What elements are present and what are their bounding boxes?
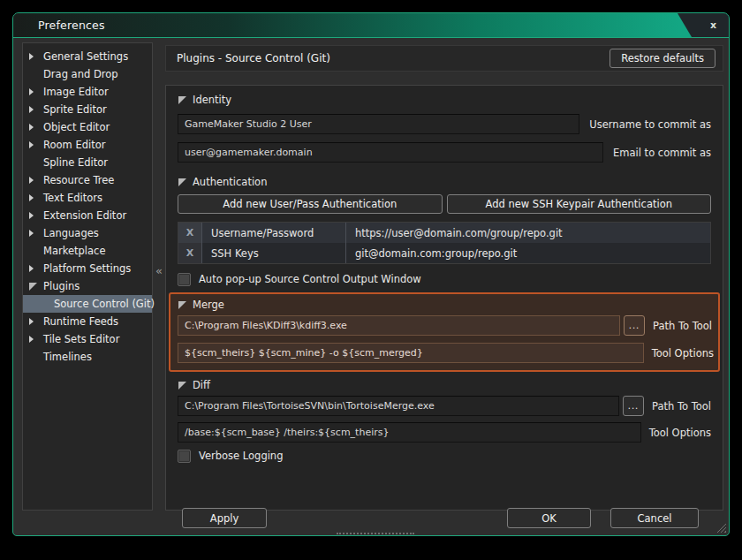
window-title: Preferences (38, 19, 105, 32)
add-userpass-auth-button[interactable]: Add new User/Pass Authentication (178, 194, 443, 214)
content-header: Plugins - Source Control (Git) Restore d… (165, 45, 723, 72)
titlebar[interactable]: Preferences x (13, 13, 729, 38)
auto-popup-checkbox[interactable] (178, 273, 191, 286)
table-row: X SSH Keys git@domain.com:group/repo.git (178, 243, 710, 263)
section-expanded-icon (178, 301, 186, 309)
sidebar-collapse-icon[interactable]: « (153, 263, 165, 279)
sidebar-item-marketplace[interactable]: Marketplace (23, 242, 152, 260)
sidebar-item-languages[interactable]: Languages (23, 224, 152, 242)
restore-defaults-button[interactable]: Restore defaults (610, 49, 716, 68)
sidebar-item-timelines[interactable]: Timelines (23, 348, 152, 366)
preferences-tree: General Settings Drag and Drop Image Edi… (23, 43, 152, 366)
expand-arrow-icon[interactable] (29, 230, 41, 237)
close-button-area (678, 13, 729, 37)
sidebar-item-platform-settings[interactable]: Platform Settings (23, 260, 152, 277)
merge-path-label: Path To Tool (653, 320, 712, 332)
collapse-arrow-icon[interactable] (29, 283, 41, 291)
auth-type-cell: Username/Password (202, 223, 345, 243)
sidebar-item-drag-and-drop[interactable]: Drag and Drop (23, 65, 152, 83)
page-title: Plugins - Source Control (Git) (177, 52, 330, 64)
remove-auth-button[interactable]: X (178, 223, 202, 243)
section-expanded-icon (178, 178, 186, 186)
resize-grip-icon[interactable] (716, 523, 726, 533)
auth-url-cell: git@domain.com:group/repo.git (345, 243, 710, 263)
sidebar-item-extension-editor[interactable]: Extension Editor (23, 207, 152, 224)
verbose-logging-checkbox[interactable] (178, 450, 191, 463)
sidebar-item-object-editor[interactable]: Object Editor (23, 118, 152, 136)
sidebar-item-room-editor[interactable]: Room Editor (23, 136, 152, 154)
cancel-button[interactable]: Cancel (610, 508, 699, 528)
expand-arrow-icon[interactable] (29, 336, 41, 343)
expand-arrow-icon[interactable] (29, 194, 41, 201)
diff-options-row: Tool Options (178, 422, 711, 443)
auto-popup-label: Auto pop-up Source Control Output Window (199, 273, 421, 285)
diff-section-title: Diff (193, 379, 210, 391)
sidebar-item-sprite-editor[interactable]: Sprite Editor (23, 101, 152, 118)
expand-arrow-icon[interactable] (29, 124, 41, 131)
ok-button[interactable]: OK (507, 508, 591, 528)
diff-browse-button[interactable]: ... (623, 396, 644, 416)
auto-popup-row: Auto pop-up Source Control Output Window (178, 272, 711, 286)
screen-background: Preferences x General Settings Drag and … (0, 0, 742, 560)
expand-arrow-icon[interactable] (29, 177, 41, 184)
email-row: Email to commit as (178, 142, 711, 163)
remove-auth-button[interactable]: X (178, 243, 202, 263)
preferences-window: Preferences x General Settings Drag and … (12, 12, 730, 536)
auth-url-cell: https://user@domain.com/group/repo.git (345, 223, 710, 243)
diff-path-row: ... Path To Tool (178, 396, 711, 416)
expand-arrow-icon[interactable] (29, 141, 41, 148)
diff-options-input[interactable] (178, 422, 641, 443)
email-label: Email to commit as (613, 147, 711, 159)
authentication-section-header[interactable]: Authentication (178, 175, 711, 189)
diff-section-header[interactable]: Diff (178, 378, 711, 392)
username-input[interactable] (178, 114, 579, 134)
sidebar-item-general-settings[interactable]: General Settings (23, 48, 152, 65)
expand-arrow-icon[interactable] (29, 53, 41, 60)
preferences-sidebar: General Settings Drag and Drop Image Edi… (22, 42, 153, 511)
sidebar-item-image-editor[interactable]: Image Editor (23, 83, 152, 101)
email-input[interactable] (178, 142, 603, 163)
table-row: X Username/Password https://user@domain.… (178, 223, 710, 243)
merge-options-input[interactable] (178, 343, 644, 363)
username-label: Username to commit as (589, 118, 711, 131)
diff-path-input[interactable] (178, 396, 619, 416)
section-expanded-icon (178, 96, 186, 104)
merge-section-header[interactable]: Merge (178, 298, 714, 312)
section-expanded-icon (178, 382, 186, 390)
merge-path-input[interactable] (178, 315, 620, 336)
merge-section-title: Merge (193, 299, 224, 311)
identity-section-header[interactable]: Identity (178, 93, 711, 107)
diff-options-label: Tool Options (649, 427, 711, 439)
expand-arrow-icon[interactable] (29, 318, 41, 325)
sidebar-item-plugins[interactable]: Plugins (23, 277, 152, 295)
add-ssh-auth-button[interactable]: Add new SSH Keypair Authentication (447, 194, 712, 214)
merge-browse-button[interactable]: ... (624, 315, 645, 336)
verbose-logging-row: Verbose Logging (178, 449, 711, 463)
sidebar-item-source-control-git[interactable]: Source Control (Git) (23, 295, 152, 313)
merge-path-row: ... Path To Tool (178, 315, 714, 336)
sidebar-item-resource-tree[interactable]: Resource Tree (23, 171, 152, 189)
expand-arrow-icon[interactable] (29, 106, 41, 113)
sidebar-item-spline-editor[interactable]: Spline Editor (23, 154, 152, 171)
auth-type-cell: SSH Keys (202, 243, 345, 263)
settings-panel: Identity Username to commit as Email to … (165, 85, 723, 511)
expand-arrow-icon[interactable] (29, 265, 41, 272)
close-icon[interactable]: x (710, 19, 716, 31)
expand-arrow-icon[interactable] (29, 88, 41, 95)
username-row: Username to commit as (178, 114, 711, 134)
authentication-section-title: Authentication (193, 176, 267, 188)
authentication-table: X Username/Password https://user@domain.… (178, 222, 711, 264)
merge-options-row: Tool Options (178, 343, 714, 363)
identity-section-title: Identity (193, 94, 231, 106)
merge-section-highlighted: Merge ... Path To Tool Tool Options (169, 292, 720, 372)
verbose-logging-label: Verbose Logging (199, 450, 283, 462)
expand-arrow-icon[interactable] (29, 212, 41, 219)
authentication-buttons-row: Add new User/Pass Authentication Add new… (178, 194, 711, 214)
diff-path-label: Path To Tool (652, 400, 711, 412)
bottom-drag-handle[interactable] (337, 533, 414, 535)
apply-button[interactable]: Apply (182, 508, 267, 528)
sidebar-item-runtime-feeds[interactable]: Runtime Feeds (23, 313, 152, 330)
merge-options-label: Tool Options (652, 347, 714, 359)
sidebar-item-tile-sets-editor[interactable]: Tile Sets Editor (23, 330, 152, 348)
sidebar-item-text-editors[interactable]: Text Editors (23, 189, 152, 207)
